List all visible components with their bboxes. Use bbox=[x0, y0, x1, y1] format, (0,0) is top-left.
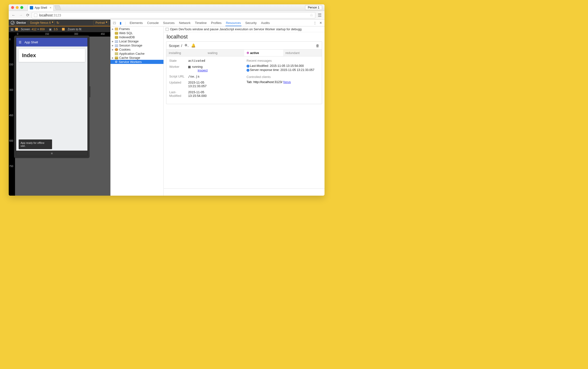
tree-item-cache-storage[interactable]: ▶Cache Storage bbox=[110, 56, 164, 60]
sw-tab-redundant[interactable]: redundant bbox=[283, 50, 322, 56]
gear-icon[interactable]: ⚙+ bbox=[185, 43, 189, 48]
hamburger-icon[interactable]: ☰ bbox=[19, 41, 21, 44]
messages-heading: Recent messages bbox=[247, 59, 319, 62]
tab-title: App Shell bbox=[35, 6, 47, 10]
workspace: Device Google Nexus 6 ↻ Portrait ▤ Scree… bbox=[9, 20, 325, 196]
tab-audits[interactable]: Audits bbox=[261, 20, 270, 26]
stop-icon[interactable] bbox=[188, 66, 191, 68]
reload-button[interactable]: ⟳ bbox=[25, 12, 30, 18]
tree-label: Local Storage bbox=[119, 40, 139, 43]
page-icon bbox=[34, 14, 37, 17]
scripturl-key: Script URL bbox=[169, 75, 186, 78]
forward-button[interactable]: → bbox=[18, 13, 24, 18]
ruler-vertical: 0 150 300 450 600 750 bbox=[9, 37, 15, 196]
tab-timeline[interactable]: Timeline bbox=[195, 20, 207, 26]
screen-dims: Screen 412 × 659 bbox=[21, 28, 45, 31]
tree-label: Application Cache bbox=[119, 52, 144, 55]
dpr-icon: ▣ bbox=[49, 28, 52, 31]
tab-network[interactable]: Network bbox=[178, 20, 191, 26]
tree-label: Session Storage bbox=[119, 44, 142, 47]
message-1: iLast-Modified: 2015-11-05 13:15:54.000 bbox=[247, 64, 319, 68]
dpr-value: 3.5 bbox=[53, 28, 58, 31]
tree-item-web-sql[interactable]: Web SQL bbox=[110, 31, 164, 35]
disable-emulation-icon[interactable] bbox=[11, 21, 15, 25]
menu-icon[interactable]: ☰ bbox=[317, 13, 323, 18]
tab-console[interactable]: Console bbox=[147, 20, 159, 26]
push-icon[interactable]: 🔔 bbox=[191, 43, 196, 48]
zoom-label: Zoom to fit bbox=[68, 28, 81, 31]
tab-favicon bbox=[30, 6, 33, 10]
tab-security[interactable]: Security bbox=[245, 20, 257, 26]
tab-profiles[interactable]: Profiles bbox=[210, 20, 222, 26]
dock-icon[interactable]: ▤ bbox=[11, 28, 13, 31]
service-worker-card: Scope: / ⚙+ 🔔 🗑 installing waiting ✲ act… bbox=[166, 41, 322, 104]
devtools-menu-icon[interactable]: ⋮ bbox=[313, 21, 317, 25]
updated-key: Updated bbox=[169, 81, 186, 88]
grid-icon bbox=[115, 40, 118, 43]
resources-tree: ▶FramesWeb SQLIndexedDB▶Local Storage▶Se… bbox=[110, 26, 164, 196]
browser-toolbar: ← → ⟳ localhost:3123 ☆ ☰ bbox=[9, 11, 325, 20]
state-key: State bbox=[169, 59, 186, 62]
screen-checkbox[interactable] bbox=[15, 28, 18, 31]
device-bar: Device Google Nexus 6 ↻ Portrait bbox=[9, 20, 110, 26]
tab-resources[interactable]: Resources bbox=[226, 20, 241, 26]
client-entry: Tab: http://localhost:3123/ focus bbox=[247, 80, 319, 84]
maximize-window-icon[interactable] bbox=[20, 6, 23, 9]
profile-button[interactable]: Person 1 bbox=[305, 5, 322, 10]
trash-icon[interactable]: 🗑 bbox=[316, 44, 320, 48]
tab-sources[interactable]: Sources bbox=[163, 20, 175, 26]
db-icon bbox=[115, 36, 118, 39]
sw-tab-waiting[interactable]: waiting bbox=[205, 50, 244, 56]
new-tab-button[interactable] bbox=[54, 5, 61, 10]
lastmod-value: 2015-11-0513:15:54.000 bbox=[188, 90, 206, 98]
devtools-close-icon[interactable]: ✕ bbox=[320, 21, 322, 25]
tree-item-application-cache[interactable]: Application Cache bbox=[110, 51, 164, 56]
sw-tab-active[interactable]: ✲ active bbox=[244, 50, 283, 56]
back-button[interactable]: ← bbox=[11, 13, 16, 18]
sw-startup-option: Open DevTools window and pause JavaScrip… bbox=[164, 26, 325, 32]
device-label: Device bbox=[16, 21, 26, 24]
grid-icon bbox=[115, 44, 118, 47]
tree-item-service-workers[interactable]: ⚙Service Workers bbox=[110, 60, 164, 64]
worker-value: running inspect bbox=[188, 65, 207, 72]
origin-heading: localhost bbox=[164, 32, 325, 41]
inspect-link[interactable]: inspect bbox=[198, 69, 207, 72]
app-title: App Shell bbox=[24, 41, 38, 44]
zoom-checkbox[interactable] bbox=[62, 28, 65, 31]
inspect-icon[interactable]: ⮹ bbox=[113, 21, 116, 25]
tree-item-session-storage[interactable]: ▶Session Storage bbox=[110, 43, 164, 47]
sw-state-tabs: installing waiting ✲ active redundant bbox=[166, 49, 322, 56]
option-text: Open DevTools window and pause JavaScrip… bbox=[170, 27, 301, 31]
close-window-icon[interactable] bbox=[11, 6, 14, 9]
url-text: localhost:3123 bbox=[39, 13, 61, 17]
resize-handle[interactable] bbox=[88, 86, 90, 97]
browser-window: App Shell × Person 1 ← → ⟳ localhost:312… bbox=[9, 4, 325, 196]
tree-item-cookies[interactable]: ▶Cookies bbox=[110, 47, 164, 51]
focus-link[interactable]: focus bbox=[283, 80, 291, 84]
app-icon bbox=[115, 52, 118, 55]
bookmark-icon[interactable]: ☆ bbox=[310, 13, 313, 17]
device-frame: ☰ App Shell Index App ready for offline … bbox=[16, 38, 88, 156]
browser-tab[interactable]: App Shell × bbox=[28, 4, 53, 11]
device-select[interactable]: Google Nexus 6 bbox=[28, 20, 54, 25]
tree-item-indexeddb[interactable]: IndexedDB bbox=[110, 35, 164, 39]
tree-label: IndexedDB bbox=[119, 35, 135, 39]
tree-item-local-storage[interactable]: ▶Local Storage bbox=[110, 39, 164, 43]
toggle-device-icon[interactable]: ▮ bbox=[120, 21, 122, 25]
close-tab-icon[interactable]: × bbox=[50, 6, 52, 10]
content-card: Index bbox=[19, 49, 85, 62]
address-bar[interactable]: localhost:3123 ☆ bbox=[32, 12, 315, 18]
swap-dimensions-icon[interactable]: ↻ bbox=[56, 21, 59, 25]
sw-tab-installing[interactable]: installing bbox=[166, 50, 205, 56]
toast: App ready for offline use. bbox=[19, 139, 52, 149]
tree-label: Frames bbox=[119, 27, 130, 31]
tab-elements[interactable]: Elements bbox=[129, 20, 143, 26]
orientation-select[interactable]: Portrait bbox=[93, 20, 108, 25]
pause-on-start-checkbox[interactable] bbox=[166, 28, 169, 31]
minimize-window-icon[interactable] bbox=[16, 6, 19, 9]
tree-item-frames[interactable]: ▶Frames bbox=[110, 27, 164, 31]
state-value: activated bbox=[188, 59, 205, 62]
emulation-canvas: ☰ App Shell Index App ready for offline … bbox=[15, 37, 110, 196]
tree-label: Cookies bbox=[119, 48, 131, 51]
tree-label: Web SQL bbox=[119, 31, 133, 35]
